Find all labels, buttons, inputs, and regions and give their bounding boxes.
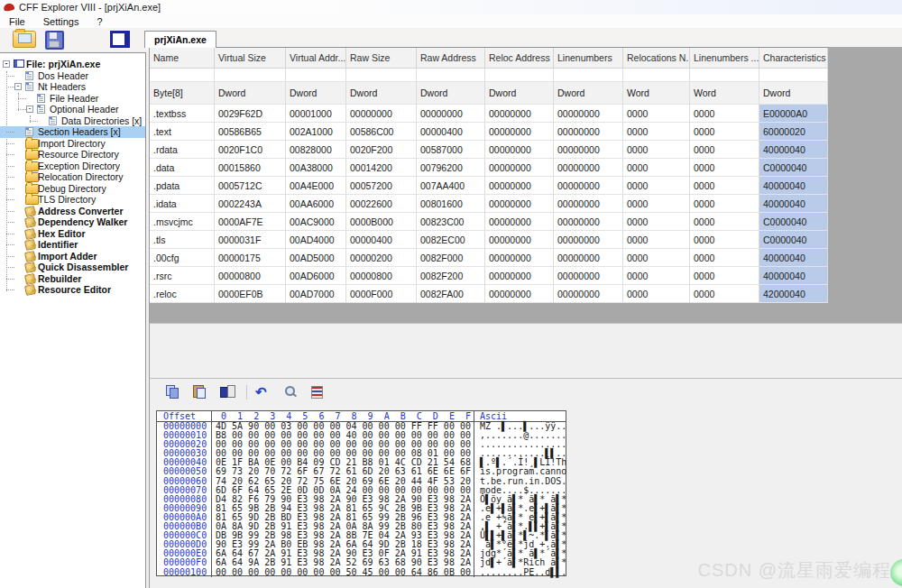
section-value-cell[interactable]: 0005712C — [215, 177, 286, 195]
hex-ascii[interactable]: ........PE..d▌▌. — [474, 568, 561, 577]
section-name-cell[interactable]: .reloc — [150, 285, 215, 303]
section-value-cell[interactable]: 0000 — [623, 285, 690, 303]
section-name-cell[interactable]: .00cfg — [150, 249, 215, 267]
section-value-cell[interactable]: 0082FA00 — [417, 285, 485, 303]
section-value-cell[interactable]: 00000000 — [485, 213, 554, 231]
column-header-raw-size[interactable]: Raw Size — [346, 48, 417, 69]
section-value-cell[interactable]: 0000 — [690, 141, 759, 159]
document-tab[interactable]: prjXiAn.exe — [144, 31, 216, 48]
section-value-cell[interactable]: C0000040 — [759, 231, 828, 249]
section-name-cell[interactable]: .rdata — [150, 141, 215, 159]
section-value-cell[interactable]: 0000F000 — [346, 285, 417, 303]
section-value-cell[interactable]: 00000000 — [485, 105, 554, 123]
section-value-cell[interactable]: 00000400 — [346, 231, 417, 249]
section-value-cell[interactable]: 0000 — [690, 159, 759, 177]
section-value-cell[interactable]: 00586C00 — [346, 123, 417, 141]
section-value-cell[interactable]: 0020F200 — [346, 141, 417, 159]
tree-item-file-header[interactable]: File Header — [0, 93, 145, 105]
menu-item-settings[interactable]: Settings — [34, 16, 88, 27]
section-value-cell[interactable]: 00000000 — [554, 267, 623, 285]
section-value-cell[interactable]: 0000 — [690, 285, 759, 303]
tree-item-import-directory[interactable]: Import Directory — [0, 138, 145, 150]
section-value-cell[interactable]: 00000000 — [485, 231, 554, 249]
section-name-cell[interactable]: .idata — [150, 195, 215, 213]
section-value-cell[interactable]: 00000000 — [485, 267, 554, 285]
section-value-cell[interactable]: 00015860 — [215, 159, 286, 177]
column-header-raw-address[interactable]: Raw Address — [417, 48, 485, 69]
save-file-icon[interactable] — [45, 31, 64, 50]
section-value-cell[interactable]: 00796200 — [417, 159, 485, 177]
section-value-cell[interactable]: 0000 — [690, 231, 759, 249]
section-value-cell[interactable]: 00000000 — [554, 141, 623, 159]
section-value-cell[interactable]: 00823C00 — [417, 213, 485, 231]
section-value-cell[interactable]: 40000040 — [759, 141, 828, 159]
tree-item-dependency-walker[interactable]: Dependency Walker — [0, 216, 145, 228]
section-value-cell[interactable]: 0000 — [690, 123, 759, 141]
section-value-cell[interactable]: 00AC9000 — [286, 213, 346, 231]
section-value-cell[interactable]: C0000040 — [759, 159, 828, 177]
section-name-cell[interactable]: .data — [150, 159, 215, 177]
tree-item-debug-directory[interactable]: Debug Directory — [0, 183, 145, 195]
section-value-cell[interactable]: 0000031F — [215, 231, 286, 249]
tree-item-quick-disassembler[interactable]: Quick Disassembler — [0, 262, 145, 273]
section-value-cell[interactable]: 0000 — [623, 231, 690, 249]
section-value-cell[interactable]: 40000040 — [759, 267, 828, 285]
section-value-cell[interactable]: 00AA6000 — [286, 195, 346, 213]
section-value-cell[interactable]: 0000 — [690, 213, 759, 231]
section-value-cell[interactable]: 00000000 — [554, 249, 623, 267]
section-value-cell[interactable]: 00000000 — [485, 159, 554, 177]
section-value-cell[interactable]: 00000000 — [554, 231, 623, 249]
grid-icon[interactable] — [310, 385, 325, 399]
section-value-cell[interactable]: 00000000 — [417, 105, 485, 123]
section-value-cell[interactable]: 0020F1C0 — [215, 141, 286, 159]
column-header-virtual-addr[interactable]: Virtual Addr... — [286, 48, 346, 69]
section-value-cell[interactable]: 0000B000 — [346, 213, 417, 231]
section-value-cell[interactable]: 00000200 — [346, 249, 417, 267]
tree-item-file-prjxian-exe[interactable]: File: prjXiAn.exe — [0, 59, 145, 70]
menu-item-[interactable]: ? — [87, 16, 111, 27]
section-value-cell[interactable]: 007AA400 — [417, 177, 485, 195]
section-value-cell[interactable]: 0000 — [690, 267, 759, 285]
section-value-cell[interactable]: 00AD6000 — [286, 267, 346, 285]
section-value-cell[interactable]: C0000040 — [759, 213, 828, 231]
column-header-characteristics[interactable]: Characteristics — [759, 48, 828, 69]
section-value-cell[interactable]: 00586B65 — [215, 123, 286, 141]
section-value-cell[interactable]: 00000000 — [554, 195, 623, 213]
column-header-reloc-address[interactable]: Reloc Address — [485, 48, 554, 69]
section-value-cell[interactable]: 00000800 — [346, 267, 417, 285]
section-value-cell[interactable]: 00A4E000 — [286, 177, 346, 195]
tree-item-relocation-directory[interactable]: Relocation Directory — [0, 171, 145, 183]
section-value-cell[interactable]: 0000 — [623, 141, 690, 159]
column-header-virtual-size[interactable]: Virtual Size — [215, 48, 286, 69]
tree-item-tls-directory[interactable]: TLS Directory — [0, 194, 145, 206]
tree-item-data-directories-x[interactable]: Data Directories [x] — [0, 115, 145, 127]
hex-grid[interactable]: Offset 0 1 2 3 4 5 6 7 8 9 A B C D E FAs… — [156, 410, 566, 576]
section-value-cell[interactable]: 00000000 — [554, 123, 623, 141]
section-value-cell[interactable]: 40000040 — [759, 249, 828, 267]
copy-icon[interactable] — [166, 385, 180, 399]
section-name-cell[interactable]: .text — [150, 123, 215, 141]
section-value-cell[interactable]: 00A38000 — [286, 159, 346, 177]
section-value-cell[interactable]: 0000 — [623, 123, 690, 141]
menu-item-file[interactable]: File — [0, 16, 34, 27]
windows-icon[interactable] — [110, 31, 130, 48]
section-value-cell[interactable]: 40000040 — [759, 195, 828, 213]
tree-item-exception-directory[interactable]: Exception Directory — [0, 161, 145, 172]
tree-item-import-adder[interactable]: Import Adder — [0, 251, 145, 262]
tree-item-rebuilder[interactable]: Rebuilder — [0, 273, 145, 285]
section-value-cell[interactable]: 00000000 — [554, 105, 623, 123]
section-value-cell[interactable]: 00587000 — [417, 141, 485, 159]
section-value-cell[interactable]: 00000800 — [215, 267, 286, 285]
section-value-cell[interactable]: 00828000 — [286, 141, 346, 159]
section-value-cell[interactable]: 00AD5000 — [286, 249, 346, 267]
tree-item-optional-header[interactable]: Optional Header — [0, 104, 145, 115]
fill-icon[interactable] — [220, 385, 235, 399]
section-value-cell[interactable]: 00022600 — [346, 195, 417, 213]
column-header-name[interactable]: Name — [150, 48, 215, 69]
section-value-cell[interactable]: 00000000 — [554, 213, 623, 231]
section-value-cell[interactable]: 00000400 — [417, 123, 485, 141]
goto-icon[interactable] — [255, 385, 270, 399]
section-value-cell[interactable]: 00000000 — [485, 195, 554, 213]
section-value-cell[interactable]: 0000 — [690, 249, 759, 267]
paste-icon[interactable] — [193, 385, 207, 399]
